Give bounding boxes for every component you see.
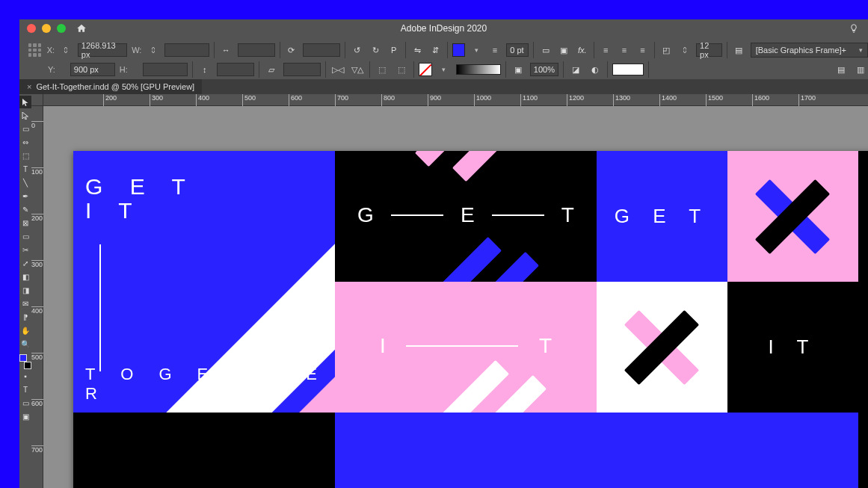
horizontal-ruler[interactable]: 2003004005006007008009001000110012001300… — [43, 94, 868, 106]
tile-getit[interactable]: G E TI T T O G E T H E R — [73, 151, 335, 413]
pencil-tool[interactable]: ✎ — [19, 203, 31, 216]
frame-fit-icon[interactable]: ▭ — [538, 43, 552, 58]
object-style-select[interactable]: [Basic Graphics Frame]+ ▾ — [751, 43, 868, 58]
auto-fit-icon[interactable]: ▣ — [511, 62, 526, 77]
close-window-button[interactable] — [27, 24, 36, 33]
chevron-down-icon: ▾ — [859, 46, 863, 54]
w-field[interactable] — [164, 43, 209, 57]
canvas[interactable]: G E TI T T O G E T H E R G — [43, 106, 868, 488]
note-tool[interactable]: ✉ — [19, 297, 31, 310]
pen-tool[interactable]: ✒ — [19, 190, 31, 203]
scale-x-icon[interactable]: ↔ — [219, 43, 233, 58]
object-style-label: [Basic Graphics Frame]+ — [756, 46, 846, 55]
content-collector-tool[interactable]: ⬚ — [19, 149, 31, 162]
shear-field[interactable] — [283, 63, 321, 76]
rotate-ccw-icon[interactable]: ↺ — [350, 43, 364, 58]
eyedropper-tool[interactable]: ⁋ — [19, 311, 31, 324]
opacity-icon[interactable]: ◐ — [588, 62, 603, 77]
zoom-tool[interactable]: 🔍 — [19, 338, 31, 350]
fill-stroke-proxy[interactable] — [19, 354, 31, 369]
rotate-icon[interactable]: ⟳ — [285, 43, 299, 58]
select-prev-icon[interactable]: ⬚ — [375, 62, 390, 77]
scale-x-field[interactable] — [238, 43, 275, 57]
rectangle-tool[interactable]: ▭ — [19, 230, 31, 243]
align-center-icon[interactable]: ≡ — [618, 43, 632, 58]
flip-h-icon[interactable]: ⇋ — [410, 43, 425, 58]
scale-y-field[interactable] — [217, 63, 254, 76]
stroke-weight-field[interactable]: 0 pt — [506, 43, 529, 57]
tile-get-l[interactable]: G E T — [335, 151, 597, 282]
rotate-cw-icon[interactable]: ↻ — [369, 43, 383, 58]
tile-get-sm[interactable]: G E T — [597, 151, 727, 282]
w-label: W: — [132, 46, 141, 55]
align-right-icon[interactable]: ≡ — [635, 43, 650, 58]
close-tab-icon[interactable]: × — [27, 82, 31, 91]
stroke-weight-icon[interactable]: ≡ — [488, 43, 502, 58]
corner-field[interactable]: 12 px — [696, 43, 722, 57]
tile-it-l[interactable]: I T — [335, 282, 597, 413]
type-tool[interactable]: T — [19, 163, 31, 176]
document-page[interactable]: G E TI T T O G E T H E R G — [73, 151, 868, 488]
line-tool[interactable]: ╲ — [19, 176, 31, 189]
document-tab[interactable]: × Get-It-Together.indd @ 50% [GPU Previe… — [19, 79, 202, 94]
panel-collapse-icon[interactable]: ▥ — [853, 62, 868, 77]
home-icon[interactable] — [76, 23, 87, 34]
selection-tool[interactable] — [19, 96, 31, 108]
apply-color-icon[interactable]: ▪ — [19, 370, 31, 383]
effects-icon[interactable]: fx. — [575, 43, 589, 58]
panel-menu-icon[interactable]: ▤ — [834, 62, 849, 77]
fill-dropdown-icon[interactable]: ▾ — [470, 43, 484, 58]
tile-together2[interactable]: T O G E T H E R — [597, 413, 858, 488]
rotate-field[interactable] — [303, 43, 340, 57]
minimize-window-button[interactable] — [42, 24, 51, 33]
corner-link-icon[interactable] — [677, 43, 692, 58]
shear-icon[interactable]: ▱ — [264, 62, 279, 77]
stroke-dropdown-icon[interactable]: ▾ — [437, 62, 452, 77]
preview-swatch[interactable] — [612, 64, 644, 75]
link-xy-icon[interactable] — [59, 43, 73, 58]
apply-text-icon[interactable]: T — [19, 383, 31, 396]
vertical-ruler[interactable]: 0100200300400500600700 — [31, 106, 43, 488]
ruler-origin[interactable] — [31, 94, 43, 106]
h-label: H: — [120, 65, 128, 74]
p-icon[interactable]: P — [387, 43, 401, 58]
scissors-tool[interactable]: ✂ — [19, 244, 31, 256]
tile-it-sm[interactable]: I T — [727, 282, 858, 413]
link-wh-icon[interactable] — [146, 43, 160, 58]
page-tool[interactable]: ▭ — [19, 123, 31, 135]
frame-fit2-icon[interactable]: ▣ — [557, 43, 571, 58]
stroke-swatch[interactable] — [419, 63, 432, 76]
text-wrap-none-icon[interactable]: ▤ — [732, 43, 746, 58]
tile-x-white[interactable] — [597, 282, 727, 413]
tile-x-pink[interactable] — [727, 151, 858, 282]
align-left-icon[interactable]: ≡ — [599, 43, 613, 58]
flip-v2-icon[interactable]: ▽△ — [350, 62, 365, 77]
scale-y-icon[interactable]: ↕ — [197, 62, 212, 77]
direct-selection-tool[interactable] — [19, 109, 31, 122]
view-mode-icon[interactable]: ▭ — [19, 397, 31, 410]
rectangle-frame-tool[interactable]: ⊠ — [19, 217, 31, 229]
select-next-icon[interactable]: ⬚ — [394, 62, 409, 77]
y-field[interactable]: 900 px — [70, 63, 115, 76]
x-field[interactable]: 1268.913 px — [78, 43, 127, 57]
tile-together[interactable]: T O G E T H E R — [335, 413, 597, 488]
flip-h2-icon[interactable]: ▷◁ — [330, 62, 345, 77]
gap-tool[interactable]: ⇔ — [19, 136, 31, 149]
gradient-swatch-tool[interactable]: ◧ — [19, 271, 31, 283]
h-field[interactable] — [143, 63, 188, 76]
titlebar: Adobe InDesign 2020 — [19, 19, 868, 37]
reference-point[interactable] — [27, 42, 43, 58]
it-label: I T — [769, 337, 818, 357]
free-transform-tool[interactable]: ⤢ — [19, 257, 31, 270]
hand-tool[interactable]: ✋ — [19, 324, 31, 337]
corner-options-icon[interactable]: ◰ — [659, 43, 674, 58]
gradient-feather-tool[interactable]: ◨ — [19, 284, 31, 297]
stroke-style[interactable] — [456, 64, 501, 75]
flip-v-icon[interactable]: ⇵ — [429, 43, 443, 58]
tips-icon[interactable] — [849, 23, 859, 34]
screen-mode-icon[interactable]: ▣ — [19, 410, 31, 423]
maximize-window-button[interactable] — [57, 24, 66, 33]
drop-shadow-icon[interactable]: ◪ — [568, 62, 583, 77]
opacity-field[interactable]: 100% — [530, 63, 558, 76]
fill-swatch[interactable] — [452, 43, 465, 57]
